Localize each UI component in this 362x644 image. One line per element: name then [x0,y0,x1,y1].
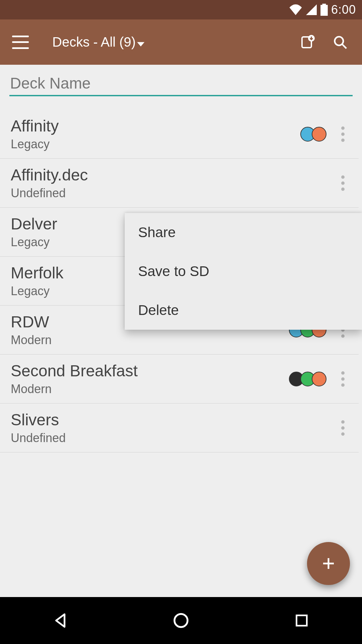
deck-info: Affinity.decUndefined [11,166,326,200]
chevron-down-icon [137,35,144,50]
svg-point-4 [335,37,344,45]
back-button[interactable] [50,610,70,631]
search-wrap [0,65,362,96]
import-icon[interactable] [296,31,319,54]
svg-rect-7 [297,615,307,626]
battery-icon [320,4,328,16]
home-button[interactable] [171,610,191,631]
system-navbar [0,597,362,644]
svg-point-6 [175,614,188,627]
toolbar-title: Decks - All (9) [52,35,136,50]
deck-name: Affinity [11,117,300,135]
status-bar: 6:00 [0,0,362,19]
deck-row[interactable]: SliversUndefined [0,404,359,452]
deck-name-input[interactable] [9,72,353,96]
mana-pip-red [312,127,326,142]
cell-signal-icon [306,4,317,15]
wifi-icon [289,4,302,15]
deck-format: Modern [11,382,289,396]
deck-name: Slivers [11,411,326,429]
overflow-icon[interactable] [335,369,351,389]
overflow-icon[interactable] [335,418,351,438]
deck-info: SliversUndefined [11,411,326,445]
recents-button[interactable] [292,610,312,631]
menu-item-delete[interactable]: Delete [125,291,362,330]
deck-info: AffinityLegacy [11,117,300,151]
overflow-menu: Share Save to SD Delete [125,213,362,330]
deck-name: Affinity.dec [11,166,326,184]
svg-rect-1 [322,4,326,5]
overflow-icon[interactable] [335,173,351,193]
title-dropdown[interactable]: Decks - All (9) [52,35,144,50]
overflow-icon[interactable] [335,124,351,144]
deck-format: Modern [11,333,289,347]
deck-format: Legacy [11,137,300,151]
add-deck-fab[interactable] [307,542,350,585]
mana-colors [289,372,326,386]
svg-line-5 [342,44,347,48]
search-icon[interactable] [328,31,352,54]
menu-icon[interactable] [12,36,29,49]
toolbar: Decks - All (9) [0,19,362,65]
status-time: 6:00 [331,3,356,17]
screen: 6:00 Decks - All (9) [0,0,362,644]
deck-row[interactable]: AffinityLegacy [0,110,359,159]
mana-pip-red [312,372,326,386]
menu-item-save-to-sd[interactable]: Save to SD [125,252,362,291]
menu-item-share[interactable]: Share [125,213,362,252]
deck-format: Undefined [11,431,326,445]
deck-name: Second Breakfast [11,362,289,380]
plus-icon [320,555,337,572]
deck-info: Second BreakfastModern [11,362,289,396]
mana-colors [300,127,326,142]
svg-rect-0 [320,5,328,16]
deck-row[interactable]: Second BreakfastModern [0,355,359,404]
deck-format: Undefined [11,186,326,200]
main: AffinityLegacyAffinity.decUndefinedDelve… [0,65,362,597]
deck-row[interactable]: Affinity.decUndefined [0,159,359,208]
